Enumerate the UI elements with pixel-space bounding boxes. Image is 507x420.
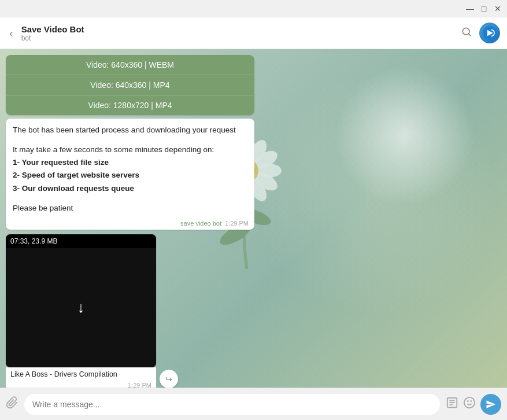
- message-patient: Please be patient: [13, 202, 247, 214]
- message-line2: It may take a few seconds to some minute…: [13, 144, 247, 156]
- video-option-webm[interactable]: Video: 640x360 | WEBM: [6, 55, 254, 75]
- download-icon: ↓: [77, 299, 85, 316]
- chat-area: Video: 640x360 | WEBM Video: 640x360 | M…: [0, 49, 507, 388]
- download-info-message: The bot has been started process and dow…: [6, 119, 254, 230]
- message-input[interactable]: [24, 394, 440, 415]
- video-thumbnail[interactable]: ↓: [6, 248, 156, 367]
- sticker-icon: [446, 396, 458, 409]
- message-time: 1:29 PM: [225, 220, 249, 227]
- video-caption-meta: 1:29 PM: [128, 382, 151, 388]
- forward-button[interactable]: ↪: [160, 370, 178, 388]
- attach-icon: [6, 396, 18, 409]
- avatar[interactable]: [479, 23, 500, 43]
- svg-point-24: [464, 397, 475, 408]
- forward-icon: ↪: [165, 374, 172, 384]
- header-right: [461, 23, 500, 43]
- svg-point-0: [462, 28, 469, 35]
- message-line1: The bot has been started process and dow…: [13, 124, 247, 136]
- send-icon: [486, 399, 496, 410]
- chat-header: ‹ Save Video Bot bot: [0, 17, 507, 49]
- search-icon: [461, 26, 472, 38]
- video-options-message: Video: 640x360 | WEBM Video: 640x360 | M…: [6, 55, 254, 115]
- back-button[interactable]: ‹: [7, 24, 16, 42]
- maximize-button[interactable]: □: [479, 4, 489, 13]
- header-left: ‹ Save Video Bot bot: [7, 24, 84, 42]
- video-time: 1:29 PM: [128, 382, 151, 388]
- attach-button[interactable]: [6, 396, 18, 412]
- input-bar: [0, 388, 507, 420]
- bot-name: Save Video Bot: [21, 24, 84, 34]
- bot-avatar-icon: [483, 26, 497, 40]
- messages-container: Video: 640x360 | WEBM Video: 640x360 | M…: [0, 55, 507, 388]
- title-bar-controls: — □ ✕: [465, 4, 502, 13]
- bot-info: Save Video Bot bot: [21, 24, 84, 42]
- send-button[interactable]: [480, 394, 501, 415]
- minimize-button[interactable]: —: [465, 4, 475, 13]
- message-item3: 3- Our download requests queue: [13, 182, 247, 196]
- input-right: [446, 394, 501, 415]
- sticker-button[interactable]: [446, 396, 458, 412]
- video-bubble[interactable]: 07:33, 23.9 MB ↓: [6, 234, 156, 367]
- message-meta: save video bot 1:29 PM: [180, 220, 249, 227]
- message-item2: 2- Speed of target website servers: [13, 169, 247, 182]
- video-option-mp4-360[interactable]: Video: 640x360 | MP4: [6, 75, 254, 95]
- message-item1: 1- Your requested file size: [13, 156, 247, 170]
- video-option-mp4-720[interactable]: Video: 1280x720 | MP4: [6, 95, 254, 115]
- title-bar: — □ ✕: [0, 0, 507, 17]
- bot-status: bot: [21, 34, 84, 42]
- emoji-icon: [463, 396, 476, 409]
- video-info: 07:33, 23.9 MB: [6, 234, 156, 248]
- video-bubble-container: 07:33, 23.9 MB ↓ Like A Boss - Drivers C…: [6, 234, 156, 388]
- video-message-wrapper: 07:33, 23.9 MB ↓ Like A Boss - Drivers C…: [6, 234, 179, 388]
- search-button[interactable]: [461, 26, 472, 40]
- video-caption: Like A Boss - Drivers Compilation 1:29 P…: [6, 367, 156, 388]
- emoji-button[interactable]: [463, 396, 476, 412]
- video-caption-text: Like A Boss - Drivers Compilation: [10, 370, 117, 378]
- sender-name: save video bot: [180, 220, 221, 227]
- close-button[interactable]: ✕: [493, 4, 502, 13]
- svg-line-1: [469, 34, 471, 36]
